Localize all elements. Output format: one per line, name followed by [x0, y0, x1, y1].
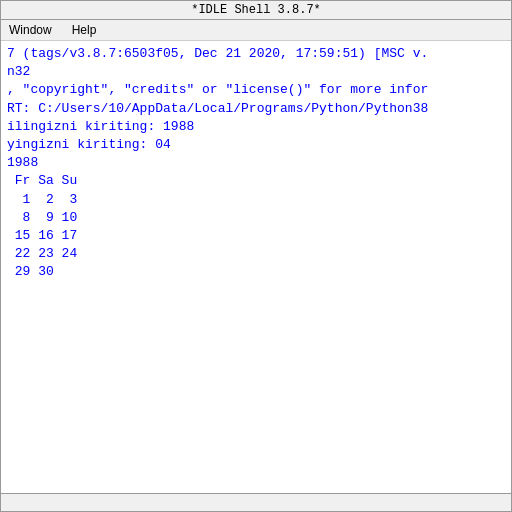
idle-window: *IDLE Shell 3.8.7* Window Help 7 (tags/v… [0, 0, 512, 512]
title-text: *IDLE Shell 3.8.7* [191, 3, 321, 17]
menu-help[interactable]: Help [68, 22, 101, 38]
shell-line-7: 1988 [7, 154, 505, 172]
shell-line-4: RT: C:/Users/10/AppData/Local/Programs/P… [7, 100, 505, 118]
title-bar: *IDLE Shell 3.8.7* [1, 1, 511, 20]
shell-line-1: n32 [7, 63, 505, 81]
shell-line-6: yingizni kiriting: 04 [7, 136, 505, 154]
menu-bar: Window Help [1, 20, 511, 41]
shell-line-13: 29 30 [7, 263, 505, 281]
shell-line-8: Fr Sa Su [7, 172, 505, 190]
menu-window[interactable]: Window [5, 22, 56, 38]
shell-line-9: 1 2 3 [7, 191, 505, 209]
shell-line-12: 22 23 24 [7, 245, 505, 263]
shell-content[interactable]: 7 (tags/v3.8.7:6503f05, Dec 21 2020, 17:… [1, 41, 511, 493]
shell-line-11: 15 16 17 [7, 227, 505, 245]
shell-line-10: 8 9 10 [7, 209, 505, 227]
shell-line-5: ilingizni kiriting: 1988 [7, 118, 505, 136]
shell-line-2: , "copyright", "credits" or "license()" … [7, 81, 505, 99]
shell-line-0: 7 (tags/v3.8.7:6503f05, Dec 21 2020, 17:… [7, 45, 505, 63]
status-bar [1, 493, 511, 511]
